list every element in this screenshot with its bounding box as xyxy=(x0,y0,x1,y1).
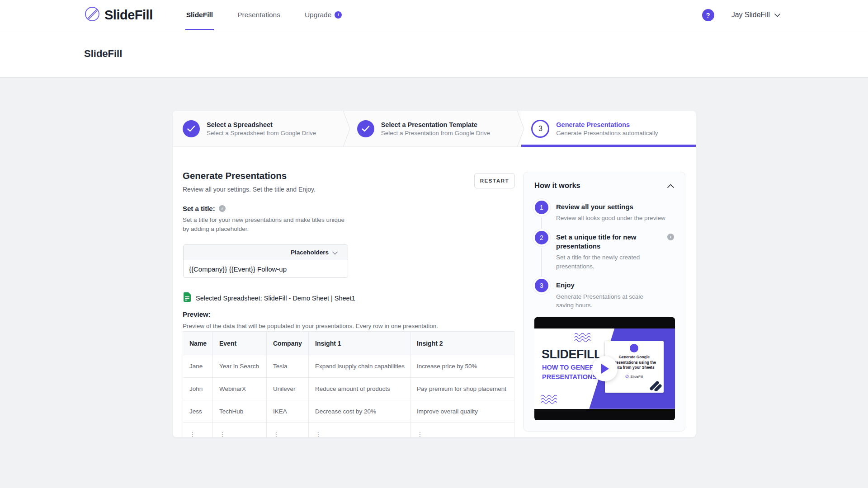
step-separator-icon xyxy=(517,111,525,147)
how-it-works-header: How it works xyxy=(534,181,674,190)
step-rail: 1 xyxy=(534,201,549,231)
step-subtitle: Generate Presentations automatically xyxy=(556,130,658,136)
chevron-up-icon[interactable] xyxy=(667,182,674,190)
step-rail: 3 xyxy=(534,279,549,312)
step-text: Generate Presentations Generate Presenta… xyxy=(556,121,658,136)
step-title-row: Set a unique title for new presentations… xyxy=(556,233,674,253)
video-brand-text: SLIDEFILL xyxy=(542,347,601,361)
stepper-step-1[interactable]: Select a Spreadsheet Select a Spreadshee… xyxy=(173,111,347,147)
check-icon xyxy=(183,120,200,137)
circle-decoration xyxy=(630,344,638,352)
upgrade-info-icon[interactable]: i xyxy=(335,11,342,19)
cell: Reduce amount of products xyxy=(309,378,410,400)
table-row: John WebinarX Unilever Reduce amount of … xyxy=(183,378,514,400)
step-separator-icon xyxy=(343,111,351,147)
step-title: Enjoy xyxy=(556,281,674,290)
step-title: Generate Presentations xyxy=(556,121,658,128)
step-number-badge: 3 xyxy=(531,120,549,138)
stepper-step-2[interactable]: Select a Presentation Template Select a … xyxy=(347,111,522,147)
hiw-step-2: 2 Set a unique title for new presentatio… xyxy=(534,231,674,279)
column-header: Insight 2 xyxy=(410,332,514,355)
active-step-indicator xyxy=(521,145,696,147)
step-description: Review all looks good under the preview xyxy=(556,214,674,223)
nav-links: SlideFill Presentations Upgrade i xyxy=(185,0,366,30)
cell: WebinarX xyxy=(213,378,267,400)
video-slide-brand-text: SlideFill xyxy=(630,375,643,379)
step-title: Select a Spreadsheet xyxy=(207,121,316,128)
cell: Jess xyxy=(183,400,213,423)
restart-button[interactable]: RESTART xyxy=(474,173,515,188)
selected-spreadsheet-text: Selected Spreadsheet: SlideFill - Demo S… xyxy=(196,295,355,302)
video-slide-brand: SlideFill xyxy=(625,375,643,379)
set-title-row: Set a title: i xyxy=(183,205,226,212)
selected-spreadsheet-row: Selected Spreadsheet: SlideFill - Demo S… xyxy=(184,292,355,304)
cell: Unilever xyxy=(267,378,309,400)
nav-item-presentations[interactable]: Presentations xyxy=(236,0,281,30)
chevron-down-icon xyxy=(774,11,780,19)
cell: Increase price by 50% xyxy=(410,355,514,378)
step-number-badge: 3 xyxy=(535,279,548,292)
stepper: Select a Spreadsheet Select a Spreadshee… xyxy=(173,111,696,147)
column-header: Event xyxy=(213,332,267,355)
generate-section: Generate Presentations Review all your s… xyxy=(173,147,515,437)
wave-decoration-icon xyxy=(574,333,593,343)
wave-decoration-icon xyxy=(541,394,560,405)
cell: TechHub xyxy=(213,400,267,423)
step-title: Set a unique title for new presentations xyxy=(556,233,658,251)
table-row: Jess TechHub IKEA Decrease cost by 20% I… xyxy=(183,400,514,423)
set-title-description: Set a title for your new presentations a… xyxy=(183,216,350,234)
hiw-step-1: 1 Review all your settings Review all lo… xyxy=(534,201,674,231)
slidefill-logo-icon xyxy=(84,6,100,24)
step-body: Set a unique title for new presentations… xyxy=(556,231,674,279)
step-description: Generate Presentations at scale saving h… xyxy=(556,292,662,310)
step-subtitle: Select a Presentation from Google Drive xyxy=(381,130,491,136)
table-row: Jane Year in Search Tesla Expand lsupply… xyxy=(183,355,514,378)
cell: Jane xyxy=(183,355,213,378)
title-input[interactable] xyxy=(184,260,348,277)
nav-item-slidefill[interactable]: SlideFill xyxy=(185,0,214,30)
stepper-step-3[interactable]: 3 Generate Presentations Generate Presen… xyxy=(521,111,696,147)
preview-description: Preview of the data that will be populat… xyxy=(183,323,438,329)
video-frame: SLIDEFILL HOW TO GENERATE PRESENTATIONS … xyxy=(534,328,675,409)
cell: IKEA xyxy=(267,400,309,423)
section-heading: Generate Presentations xyxy=(183,170,287,181)
step-rail: 2 xyxy=(534,231,549,279)
how-it-works-card: How it works 1 Review all your settings … xyxy=(523,172,685,432)
video-letterbox xyxy=(534,409,675,420)
top-navbar: SlideFill SlideFill Presentations Upgrad… xyxy=(0,0,868,30)
cell: ⋮ xyxy=(267,423,309,438)
column-header: Company xyxy=(267,332,309,355)
section-subheading: Review all your settings. Set the title … xyxy=(183,186,316,193)
cell: Pay premium for shop placement xyxy=(410,378,514,400)
video-title-line2-text: PRESENTATIONS xyxy=(542,373,597,380)
cell: Decrease cost by 20% xyxy=(309,400,410,423)
step-body: Review all your settings Review all look… xyxy=(556,201,674,231)
cell: ⋮ xyxy=(183,423,213,438)
video-letterbox xyxy=(534,317,675,328)
arrow-logo-icon xyxy=(648,378,662,391)
step-title: Select a Presentation Template xyxy=(381,121,491,128)
nav-item-upgrade[interactable]: Upgrade i xyxy=(304,0,343,30)
step-connector xyxy=(541,218,542,231)
cell: John xyxy=(183,378,213,400)
main-card: Select a Spreadsheet Select a Spreadshee… xyxy=(173,111,696,437)
preview-label: Preview: xyxy=(183,310,211,318)
step-text: Select a Spreadsheet Select a Spreadshee… xyxy=(207,121,316,136)
cell: ⋮ xyxy=(309,423,410,438)
info-icon[interactable]: i xyxy=(219,205,226,212)
cell: Expand lsupply chain capabilities xyxy=(309,355,410,378)
brand-logo[interactable]: SlideFill xyxy=(84,6,153,24)
title-input-widget: Placeholders xyxy=(183,244,348,278)
preview-table: Name Event Company Insight 1 Insight 2 J… xyxy=(183,331,514,437)
tutorial-video-thumbnail[interactable]: SLIDEFILL HOW TO GENERATE PRESENTATIONS … xyxy=(534,317,675,420)
play-button[interactable] xyxy=(592,356,618,381)
upgrade-label: Upgrade xyxy=(305,11,331,19)
step-number-badge: 1 xyxy=(535,201,548,214)
user-menu[interactable]: Jay SlideFill xyxy=(731,11,780,19)
info-icon[interactable]: i xyxy=(667,234,674,240)
google-sheets-icon xyxy=(184,292,191,304)
table-row-ellipsis: ⋮ ⋮ ⋮ ⋮ ⋮ xyxy=(183,423,514,438)
placeholders-dropdown[interactable]: Placeholders xyxy=(184,245,348,260)
nav-right: ? Jay SlideFill xyxy=(702,9,780,21)
help-icon[interactable]: ? xyxy=(702,9,714,21)
